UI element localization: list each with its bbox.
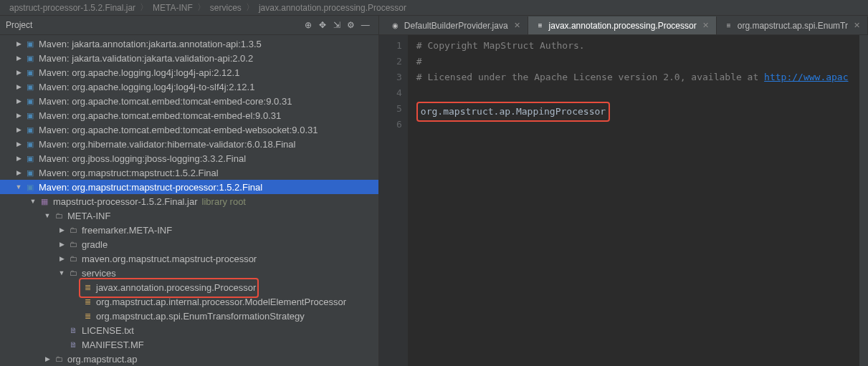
chevron-right-icon[interactable]: ▶ xyxy=(14,54,23,62)
tree-node[interactable]: 🗎MANIFEST.MF xyxy=(0,337,378,352)
chevron-right-icon[interactable]: ▶ xyxy=(57,226,66,234)
tree-node[interactable]: ▼🗀META-INF xyxy=(0,208,378,223)
project-tree[interactable]: ▶▣Maven: jakarta.annotation:jakarta.anno… xyxy=(0,35,378,366)
file-icon: ≡ xyxy=(535,21,545,31)
tree-node-label: META-INF xyxy=(67,211,110,221)
gear-icon[interactable]: ⚙ xyxy=(344,18,358,32)
tree-node[interactable]: ▶▣Maven: org.apache.logging.log4j:log4j-… xyxy=(0,80,378,94)
breadcrumb-item[interactable]: services xyxy=(210,3,242,13)
tree-spacer xyxy=(57,340,66,349)
tree-node-label: services xyxy=(82,268,116,279)
tree-node[interactable]: 🗎LICENSE.txt xyxy=(0,323,378,337)
project-panel-title: Project xyxy=(6,20,301,30)
tree-node-label: org.mapstruct.ap.spi.EnumTransformationS… xyxy=(96,311,305,322)
chevron-right-icon[interactable]: ▶ xyxy=(14,82,23,91)
tree-node-label: org.mapstruct.ap xyxy=(67,354,138,365)
breadcrumb[interactable]: apstruct-processor-1.5.2.Final.jar 〉 MET… xyxy=(0,0,868,16)
tree-node-label: Maven: org.apache.logging.log4j:log4j-to… xyxy=(39,82,254,92)
tree-node[interactable]: ▶▣Maven: org.apache.tomcat.embed:tomcat-… xyxy=(0,122,378,137)
jar-icon: ▦ xyxy=(39,196,50,207)
tree-node[interactable]: ≣javax.annotation.processing.Processor xyxy=(0,280,378,294)
chevron-right-icon[interactable]: ▶ xyxy=(57,254,66,263)
gutter: 123456 xyxy=(379,35,408,366)
project-panel: Project ⊕ ✥ ⇲ ⚙ — ▶▣Maven: jakarta.annot… xyxy=(0,16,379,366)
tree-node[interactable]: ▶▣Maven: org.jboss.logging:jboss-logging… xyxy=(0,151,378,165)
lib-icon: ▣ xyxy=(24,52,36,64)
locate-icon[interactable]: ⊕ xyxy=(301,18,315,32)
project-panel-header: Project ⊕ ✥ ⇲ ⚙ — xyxy=(0,16,378,35)
chevron-right-icon[interactable]: ▶ xyxy=(14,39,23,48)
chevron-right-icon[interactable]: ▶ xyxy=(14,97,23,105)
file-icon: ≡ xyxy=(724,21,734,31)
tree-node[interactable]: ▶▣Maven: org.apache.tomcat.embed:tomcat-… xyxy=(0,94,378,108)
dir-icon: 🗀 xyxy=(67,267,79,279)
chevron-right-icon[interactable]: ▶ xyxy=(14,68,23,77)
chevron-down-icon[interactable]: ▼ xyxy=(29,197,37,206)
cf-icon: ≣ xyxy=(82,281,93,293)
tree-node[interactable]: ▶▣Maven: org.apache.tomcat.embed:tomcat-… xyxy=(0,108,378,122)
chevron-down-icon[interactable]: ▼ xyxy=(43,211,52,220)
tree-node[interactable]: ▶▣Maven: org.apache.logging.log4j:log4j-… xyxy=(0,65,378,80)
chevron-down-icon[interactable]: ▼ xyxy=(57,269,66,277)
editor-tab[interactable]: ◉DefaultBuilderProvider.java✕ xyxy=(383,16,528,34)
tree-node-label: org.mapstruct.ap.internal.processor.Mode… xyxy=(96,297,346,307)
breadcrumb-jar[interactable]: apstruct-processor-1.5.2.Final.jar xyxy=(9,3,135,13)
chevron-right-icon[interactable]: ▶ xyxy=(14,168,23,177)
tab-label: javax.annotation.processing.Processor xyxy=(549,21,697,31)
hide-icon[interactable]: — xyxy=(358,18,373,32)
tree-node[interactable]: ▼▣Maven: org.mapstruct:mapstruct-process… xyxy=(0,180,378,194)
lib-icon: ▣ xyxy=(24,81,36,92)
tree-spacer xyxy=(72,297,80,306)
editor-tab[interactable]: ≡org.mapstruct.ap.spi.EnumTr✕ xyxy=(717,16,868,34)
tree-node-label: mapstruct-processor-1.5.2.Final.jar xyxy=(53,196,198,207)
tree-node-label: MANIFEST.MF xyxy=(82,339,144,350)
chevron-right-icon[interactable]: ▶ xyxy=(57,240,66,249)
code-line: # xyxy=(416,56,422,67)
lib-icon: ▣ xyxy=(24,138,36,150)
breadcrumb-item[interactable]: javax.annotation.processing.Processor xyxy=(259,3,406,13)
tab-label: DefaultBuilderProvider.java xyxy=(404,21,508,31)
close-icon[interactable]: ✕ xyxy=(702,21,709,30)
breadcrumb-sep: 〉 xyxy=(246,1,254,14)
tree-node[interactable]: ▼🗀services xyxy=(0,266,378,280)
tree-node[interactable]: ≣org.mapstruct.ap.internal.processor.Mod… xyxy=(0,294,378,309)
chevron-down-icon[interactable]: ▼ xyxy=(14,183,23,191)
chevron-right-icon[interactable]: ▶ xyxy=(14,125,23,134)
close-icon[interactable]: ✕ xyxy=(514,21,520,30)
tree-node[interactable]: ≣org.mapstruct.ap.spi.EnumTransformation… xyxy=(0,309,378,323)
tree-node-label: LICENSE.txt xyxy=(82,325,134,336)
tree-node-label: maven.org.mapstruct.mapstruct-processor xyxy=(82,254,257,264)
code-link[interactable]: http://www.apac xyxy=(764,72,848,82)
line-number: 4 xyxy=(379,85,402,101)
tree-node[interactable]: ▶▣Maven: jakarta.annotation:jakarta.anno… xyxy=(0,37,378,51)
tree-node-hint: library root xyxy=(202,196,246,207)
chevron-right-icon[interactable]: ▶ xyxy=(14,154,23,163)
tree-node[interactable]: ▶▣Maven: jakarta.validation:jakarta.vali… xyxy=(0,51,378,65)
tree-node-label: Maven: org.apache.tomcat.embed:tomcat-em… xyxy=(39,110,281,121)
chevron-right-icon[interactable]: ▶ xyxy=(14,140,23,148)
close-icon[interactable]: ✕ xyxy=(854,21,860,30)
code-text[interactable]: # Copyright MapStruct Authors. # # Licen… xyxy=(408,35,868,366)
breadcrumb-item[interactable]: META-INF xyxy=(153,3,193,13)
editor-tabs: ◉DefaultBuilderProvider.java✕≡javax.anno… xyxy=(379,16,868,35)
code-area[interactable]: 123456 # Copyright MapStruct Authors. # … xyxy=(379,35,868,366)
tree-node[interactable]: ▶🗀gradle xyxy=(0,237,378,251)
fi-icon: 🗎 xyxy=(67,339,79,350)
tree-node[interactable]: ▶🗀maven.org.mapstruct.mapstruct-processo… xyxy=(0,251,378,266)
line-number: 2 xyxy=(379,54,402,69)
dir-icon: 🗀 xyxy=(67,224,79,236)
tree-node[interactable]: ▶▣Maven: org.hibernate.validator:hiberna… xyxy=(0,137,378,151)
collapse-icon[interactable]: ⇲ xyxy=(330,18,344,32)
tree-node[interactable]: ▶🗀org.mapstruct.ap xyxy=(0,352,378,366)
lib-icon: ▣ xyxy=(24,124,36,135)
tree-node[interactable]: ▶🗀freemarker.META-INF xyxy=(0,223,378,237)
chevron-right-icon[interactable]: ▶ xyxy=(14,111,23,120)
scrollbar[interactable] xyxy=(859,35,868,366)
chevron-right-icon[interactable]: ▶ xyxy=(43,355,52,363)
tree-node[interactable]: ▶▣Maven: org.mapstruct:mapstruct:1.5.2.F… xyxy=(0,165,378,180)
expand-icon[interactable]: ✥ xyxy=(315,18,330,32)
editor-tab[interactable]: ≡javax.annotation.processing.Processor✕ xyxy=(528,16,717,34)
lib-icon: ▣ xyxy=(24,181,36,193)
tree-node[interactable]: ▼▦mapstruct-processor-1.5.2.Final.jarlib… xyxy=(0,194,378,208)
tree-node-label: Maven: org.apache.logging.log4j:log4j-ap… xyxy=(39,67,239,78)
